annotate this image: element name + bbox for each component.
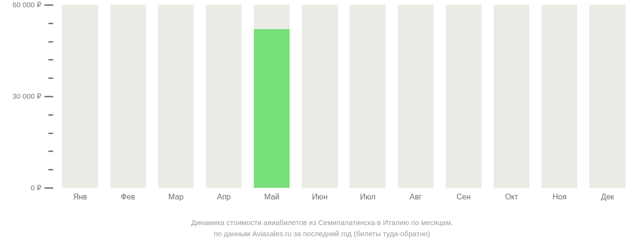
x-tick-label: Сен [439,193,487,201]
x-tick-label: Июл [344,193,392,201]
x-tick-label: Мар [152,193,200,201]
y-tick-minor [48,151,53,152]
y-tick-minor [48,59,53,61]
y-tick-minor [48,114,53,116]
y-tick-label: 0 ₽ [30,183,42,192]
y-tick-minor [48,77,53,79]
x-tick-label: Окт [488,193,536,201]
x-tick-label: Фев [104,193,152,201]
y-tick-minor [48,41,53,43]
y-axis: 0 ₽30 000 ₽60 000 ₽ [0,5,53,188]
y-tick-major: 60 000 ₽ [13,0,53,10]
y-tick-label: 30 000 ₽ [13,92,42,101]
bar-background [206,5,242,188]
bar-background [62,5,98,188]
bar-slot [296,5,344,188]
bar-background [302,5,337,188]
caption-line-1: Динамика стоимости авиабилетов из Семипа… [0,217,644,228]
bars-area [53,5,634,188]
bar-background [589,5,625,188]
x-tick-label: Апр [200,193,248,201]
bar-slot [584,5,631,188]
bar-slot [488,5,536,188]
y-tick-mark [44,96,53,97]
bar-background [158,5,194,188]
x-tick-label: Дек [584,193,631,201]
x-axis: ЯнвФевМарАпрМайИюнИюлАвгСенОктНояДек [53,193,634,201]
bar-slot [439,5,487,188]
bar-slot [152,5,200,188]
bar-slot [104,5,152,188]
x-tick-label: Июн [296,193,344,201]
bar-value [254,29,290,188]
bar-slot [200,5,248,188]
x-tick-label: Янв [56,193,104,201]
bar-slot [248,5,296,188]
y-tick-minor [48,23,53,24]
y-tick-major: 30 000 ₽ [13,91,53,101]
y-tick-minor [48,133,53,134]
y-tick-label: 60 000 ₽ [13,0,42,9]
x-tick-label: Авг [392,193,439,201]
y-tick-mark [44,4,53,6]
x-tick-label: Май [248,193,296,201]
y-tick-minor [48,169,53,170]
bar-background [110,5,146,188]
bar-background [542,5,577,188]
y-tick-major: 0 ₽ [30,183,53,193]
y-tick-mark [44,187,53,189]
bar-slot [392,5,439,188]
bar-background [350,5,385,188]
chart-container: 0 ₽30 000 ₽60 000 ₽ ЯнвФевМарАпрМайИюнИю… [0,0,644,243]
plot-area [53,5,634,188]
caption-line-2: по данным Aviasales.ru за последний год … [0,228,644,240]
bar-slot [56,5,104,188]
x-tick-label: Ноя [536,193,584,201]
bar-slot [536,5,584,188]
bar-background [494,5,529,188]
bar-background [446,5,482,188]
bar-slot [344,5,392,188]
chart-caption: Динамика стоимости авиабилетов из Семипа… [0,217,644,239]
bar-background [398,5,434,188]
bar-background [254,5,290,188]
